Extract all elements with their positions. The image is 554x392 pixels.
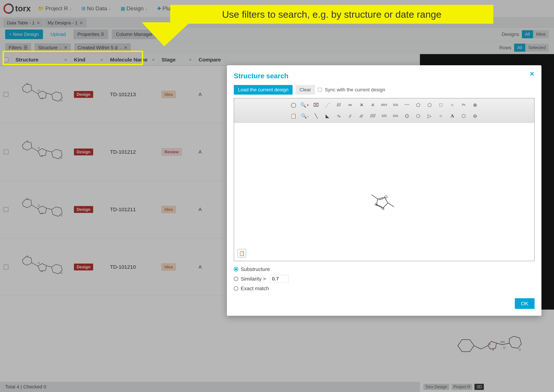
svg-marker-27	[22, 257, 32, 265]
circle-icon[interactable]: ○	[447, 100, 458, 110]
viewer-tab-3d[interactable]: 3D	[475, 384, 484, 390]
structure-sketcher: ◯ 🔍+ ⌧ ⋰ /// ═ ✕ ≡ ANY S/A 〰 ⬠ ⬡ □ ○ Ph …	[234, 98, 535, 261]
ok-button[interactable]: OK	[515, 298, 535, 309]
sync-checkbox[interactable]	[318, 88, 322, 92]
designs-all-pill[interactable]: All	[522, 30, 533, 38]
remove-filter-icon[interactable]: ✕	[124, 45, 127, 50]
hexagon-icon[interactable]: ⬡	[424, 100, 435, 110]
row-checkbox[interactable]	[4, 265, 8, 269]
da-bond-icon[interactable]: D/A	[390, 111, 401, 121]
chevron-down-icon: ⌄	[145, 7, 148, 11]
remove-filter-icon[interactable]: ✕	[64, 45, 67, 50]
charge-minus-icon[interactable]: ⊖	[470, 111, 480, 121]
dotted-bond-icon[interactable]: ⋰	[322, 100, 333, 110]
crossed-bond-icon[interactable]: ✕	[356, 100, 367, 110]
logo-icon	[1, 1, 16, 16]
viewer-tab-torx[interactable]: Torx Design	[423, 384, 449, 390]
svg-line-30	[46, 266, 51, 267]
hexagon2-icon[interactable]: ⬡	[413, 111, 424, 121]
svg-text:N: N	[488, 343, 490, 346]
zoom-in-icon[interactable]: 🔍+	[299, 100, 310, 110]
td-kind: Design	[71, 66, 107, 123]
modal-close-button[interactable]: ✕	[529, 70, 535, 78]
th-compare[interactable]: Compare	[195, 54, 226, 65]
svg-text:N: N	[381, 206, 384, 211]
similarity-radio[interactable]	[234, 277, 238, 281]
sd-bond-icon[interactable]: S/D	[379, 111, 389, 121]
quad-bond-icon[interactable]: ////	[367, 111, 378, 121]
properties-button[interactable]: Properties ☰	[73, 29, 108, 39]
svg-marker-9	[22, 142, 32, 150]
new-design-button[interactable]: + New Design	[5, 29, 43, 39]
tab-label: Data Table - 1	[7, 20, 35, 26]
similarity-radio-row[interactable]: Similarity >	[234, 275, 535, 283]
tab-data-table[interactable]: Data Table - 1 ✕	[3, 19, 43, 27]
triangle-icon[interactable]: ▷	[424, 111, 435, 121]
viewer-tab-project[interactable]: Project R	[451, 384, 473, 390]
tab-my-designs[interactable]: My Designs - 1 ✕	[44, 19, 86, 27]
rows-all-pill[interactable]: All	[514, 44, 525, 52]
load-current-design-button[interactable]: Load the current design	[234, 85, 293, 95]
sa-bond-icon[interactable]: S/A	[390, 100, 401, 110]
single-bond-icon[interactable]: ╲	[311, 111, 321, 121]
charge-plus-icon[interactable]: ⊕	[470, 100, 480, 110]
wedge-bond-icon[interactable]: ◣	[322, 111, 333, 121]
designs-mine-pill[interactable]: Mine	[533, 30, 549, 38]
column-menu-icon[interactable]: ≡	[189, 57, 192, 62]
circle2-icon[interactable]: ○	[436, 111, 446, 121]
template-icon[interactable]: ⬡	[458, 111, 469, 121]
nav-design[interactable]: ▦ Design ⌄	[119, 4, 150, 13]
square-icon[interactable]: □	[436, 100, 446, 110]
triple-bond-icon[interactable]: ≡	[367, 100, 378, 110]
paste-icon[interactable]: 📋	[288, 111, 299, 121]
similarity-label: Similarity >	[241, 276, 266, 282]
td-stage: Review	[158, 123, 195, 181]
column-menu-icon[interactable]: ≡	[152, 57, 155, 62]
exact-match-radio[interactable]	[234, 286, 238, 291]
similarity-input[interactable]	[270, 275, 289, 283]
close-icon[interactable]: ✕	[37, 21, 40, 25]
svg-text:O: O	[38, 204, 40, 207]
th-stage[interactable]: Stage≡	[158, 54, 195, 65]
folder-icon: 📁	[38, 6, 44, 11]
row-checkbox[interactable]	[4, 150, 8, 154]
benzene-icon[interactable]: ⌬	[402, 111, 412, 121]
svg-text:O: O	[60, 157, 62, 159]
eraser-icon[interactable]: ⌧	[311, 100, 321, 110]
exact-match-radio-row[interactable]: Exact match	[234, 286, 535, 291]
zoom-out-icon[interactable]: 🔍-	[299, 111, 310, 121]
wavy-bond-icon[interactable]: ∿	[333, 111, 344, 121]
svg-marker-18	[22, 199, 32, 208]
svg-text:N: N	[41, 97, 43, 100]
logo: torx	[3, 3, 31, 14]
th-stage-label: Stage	[162, 57, 176, 63]
chain-tool-icon[interactable]: 〰	[402, 100, 412, 110]
substructure-radio-row[interactable]: Substructure	[234, 266, 535, 272]
filters-label: Filters	[9, 45, 22, 50]
text-tool-icon[interactable]: A	[447, 111, 458, 121]
filter-chip-label: Created Within 5 d	[78, 45, 118, 50]
molecule-structure-icon: N N NH O O	[451, 327, 523, 364]
row-checkbox[interactable]	[4, 207, 8, 212]
footer-totals: Total 4 | Checked 0	[5, 384, 46, 390]
rows-selected-pill[interactable]: Selected	[525, 44, 549, 52]
double-bond-icon[interactable]: ═	[345, 100, 355, 110]
clipboard-icon[interactable]: 📋	[237, 249, 246, 258]
annotation-callout: Use filters to search, e.g. by structure…	[170, 5, 493, 24]
double-bond2-icon[interactable]: ⫽	[345, 111, 355, 121]
substructure-radio[interactable]	[234, 267, 238, 272]
clear-button[interactable]: Clear	[295, 85, 315, 95]
upload-button[interactable]: Upload	[46, 29, 70, 39]
lasso-tool-icon[interactable]: ◯	[288, 100, 299, 110]
any-atom-icon[interactable]: ANY	[379, 100, 389, 110]
molecule-structure-icon: N N O O	[17, 135, 65, 169]
nav-data[interactable]: ⊞ No Data ⌄	[79, 4, 113, 13]
row-checkbox[interactable]	[4, 92, 8, 97]
nav-project[interactable]: 📁 Project R ⌄	[36, 4, 74, 13]
sketcher-canvas[interactable]: O N N 📋	[234, 123, 534, 261]
close-icon[interactable]: ✕	[79, 21, 83, 25]
pentagon-icon[interactable]: ⬠	[413, 100, 424, 110]
triple-bond2-icon[interactable]: ⫻	[356, 111, 367, 121]
ph-template-icon[interactable]: Ph	[458, 100, 469, 110]
hash-bond-icon[interactable]: ///	[333, 100, 344, 110]
